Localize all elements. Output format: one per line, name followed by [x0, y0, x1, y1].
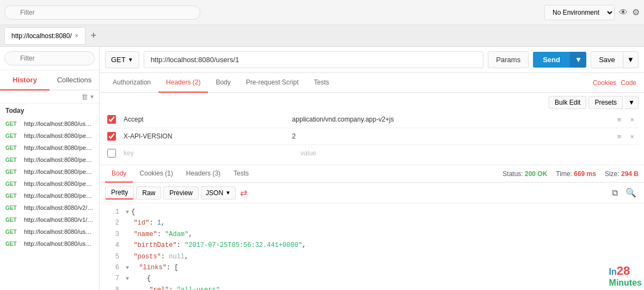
- placeholder-val: value: [297, 148, 636, 159]
- preview-button[interactable]: Preview: [163, 186, 199, 200]
- header-delete-icon-1[interactable]: ×: [628, 116, 636, 124]
- method-badge: GET: [5, 193, 21, 199]
- line-content: "id": 1,: [126, 218, 165, 228]
- size-value: 294 B: [621, 170, 639, 178]
- sidebar: 🔍 History Collections 🗑 ▼ Today GEThttp:…: [0, 47, 100, 290]
- code-link[interactable]: Code: [621, 79, 636, 87]
- list-item[interactable]: GEThttp://localhost:8080/person/header: [0, 166, 99, 178]
- presets-button[interactable]: Presets: [588, 96, 623, 109]
- filter-input[interactable]: [4, 5, 200, 20]
- header-delete-icon-2[interactable]: ×: [628, 132, 636, 141]
- history-url: http://localhost:8080/person/header: [24, 156, 94, 163]
- header-row-1: Accept application/vnd.company.app-v2+js…: [105, 111, 639, 128]
- list-item[interactable]: GEThttp://localhost:8080/users: [0, 238, 99, 250]
- sidebar-tab-history[interactable]: History: [0, 70, 50, 90]
- line-number: 1: [104, 207, 119, 218]
- method-badge: GET: [5, 217, 21, 223]
- copy-icon-button[interactable]: ⧉: [610, 186, 620, 199]
- method-badge: GET: [5, 229, 21, 235]
- header-checkbox-2[interactable]: [107, 132, 116, 141]
- json-line: 4 "birthDate": "2017-07-25T05:56:32.441+…: [100, 240, 644, 251]
- tab-close-icon[interactable]: ×: [75, 33, 78, 39]
- list-item[interactable]: GEThttp://localhost:8080/v2/person: [0, 202, 99, 214]
- search-icon-button[interactable]: 🔍: [623, 186, 639, 199]
- method-select[interactable]: GET ▼: [105, 51, 139, 68]
- tab-headers[interactable]: Headers (2): [158, 73, 208, 93]
- params-button[interactable]: Params: [488, 51, 529, 68]
- environment-select[interactable]: No Environment: [544, 5, 615, 20]
- list-item[interactable]: GEThttp://localhost:8080/person/header: [0, 154, 99, 166]
- history-list: GEThttp://localhost:8080/users/1GEThttp:…: [0, 118, 99, 290]
- line-content: "birthDate": "2017-07-25T05:56:32.441+00…: [126, 240, 306, 251]
- header-menu-icon-1[interactable]: ≡: [615, 116, 624, 124]
- method-badge: GET: [5, 145, 21, 151]
- tab-prerequest[interactable]: Pre-request Script: [238, 73, 306, 93]
- header-checkbox-1[interactable]: [107, 115, 116, 124]
- save-button[interactable]: Save: [591, 51, 623, 68]
- tab-tests[interactable]: Tests: [306, 73, 336, 93]
- method-chevron-icon: ▼: [128, 57, 133, 63]
- top-bar: 🔍 No Environment 👁 ⚙: [0, 0, 644, 25]
- header-key-1: Accept: [120, 114, 285, 125]
- json-actions: ⧉ 🔍: [610, 186, 639, 199]
- header-menu-icon-2[interactable]: ≡: [615, 132, 624, 141]
- list-item[interactable]: GEThttp://localhost:8080/users/1: [0, 118, 99, 130]
- sidebar-tab-collections[interactable]: Collections: [50, 70, 99, 89]
- collapse-arrow-icon[interactable]: ▼: [126, 265, 129, 271]
- save-group: Save ▼: [591, 51, 639, 68]
- presets-dropdown-button[interactable]: ▼: [625, 96, 639, 109]
- trash-chevron-icon: ▼: [89, 94, 95, 100]
- json-line: 2 "id": 1,: [100, 218, 644, 228]
- json-toolbar: Pretty Raw Preview JSON ▼ ⇄ ⧉ 🔍: [100, 183, 644, 203]
- line-number: 3: [104, 229, 119, 240]
- trash-button[interactable]: 🗑 ▼: [81, 93, 95, 101]
- res-tab-headers[interactable]: Headers (3): [180, 165, 227, 183]
- collapse-arrow-icon[interactable]: ▼: [126, 209, 129, 215]
- list-item[interactable]: GEThttp://localhost:8080/v1/person: [0, 214, 99, 226]
- pretty-button[interactable]: Pretty: [105, 186, 134, 200]
- tab-url: http://localhost:8080/: [11, 32, 72, 40]
- json-viewer: Pretty Raw Preview JSON ▼ ⇄ ⧉ 🔍 1▼{2 "id…: [100, 183, 644, 290]
- list-item[interactable]: GEThttp://localhost:8080/person/produces: [0, 142, 99, 154]
- header-val-1: application/vnd.company.app-v2+js: [289, 114, 611, 125]
- raw-button[interactable]: Raw: [136, 186, 161, 200]
- url-input[interactable]: [144, 51, 484, 68]
- response-status: Status: 200 OK Time: 669 ms Size: 294 B: [502, 170, 639, 178]
- eye-icon-button[interactable]: 👁: [619, 8, 628, 17]
- collapse-arrow-icon[interactable]: ▼: [126, 276, 129, 282]
- tab-body[interactable]: Body: [208, 73, 238, 93]
- send-dropdown-button[interactable]: ▼: [570, 52, 586, 68]
- headers-table: Bulk Edit Presets ▼ Accept application/v…: [100, 93, 644, 165]
- history-url: http://localhost:8080/person/param?versi…: [24, 180, 94, 187]
- method-badge: GET: [5, 241, 21, 247]
- list-item[interactable]: GEThttp://localhost:8080/users: [0, 226, 99, 238]
- list-item[interactable]: GEThttp://localhost:8080/person/produces: [0, 130, 99, 142]
- new-tab-button[interactable]: +: [88, 30, 100, 41]
- header-placeholder-row: key value: [105, 145, 639, 161]
- send-group: Send ▼: [533, 52, 586, 68]
- res-tab-tests[interactable]: Tests: [227, 165, 255, 183]
- save-dropdown-button[interactable]: ▼: [623, 51, 639, 68]
- format-select[interactable]: JSON ▼: [201, 186, 236, 200]
- placeholder-key: key: [120, 148, 293, 159]
- history-url: http://localhost:8080/person/produces: [24, 144, 94, 151]
- time-label: Time: 669 ms: [556, 170, 596, 178]
- browser-tab[interactable]: http://localhost:8080/ ×: [4, 27, 85, 45]
- bulk-edit-button[interactable]: Bulk Edit: [549, 96, 586, 109]
- main-layout: 🔍 History Collections 🗑 ▼ Today GEThttp:…: [0, 47, 644, 290]
- list-item[interactable]: GEThttp://localhost:8080/person/param?ve…: [0, 190, 99, 202]
- status-value: 200 OK: [525, 170, 547, 178]
- res-tab-body[interactable]: Body: [105, 165, 133, 183]
- method-badge: GET: [5, 121, 21, 127]
- settings-icon-button[interactable]: ⚙: [632, 7, 640, 17]
- send-button[interactable]: Send: [533, 52, 570, 68]
- res-tab-cookies[interactable]: Cookies (1): [133, 165, 179, 183]
- header-placeholder-checkbox[interactable]: [107, 149, 116, 158]
- tab-authorization[interactable]: Authorization: [105, 73, 158, 93]
- size-label: Size: 294 B: [605, 170, 639, 178]
- wrap-icon[interactable]: ⇄: [240, 188, 247, 198]
- cookies-link[interactable]: Cookies: [593, 79, 616, 87]
- list-item[interactable]: GEThttp://localhost:8080/person/param?ve…: [0, 178, 99, 190]
- time-value: 669 ms: [574, 170, 596, 178]
- sidebar-filter-input[interactable]: [4, 51, 95, 65]
